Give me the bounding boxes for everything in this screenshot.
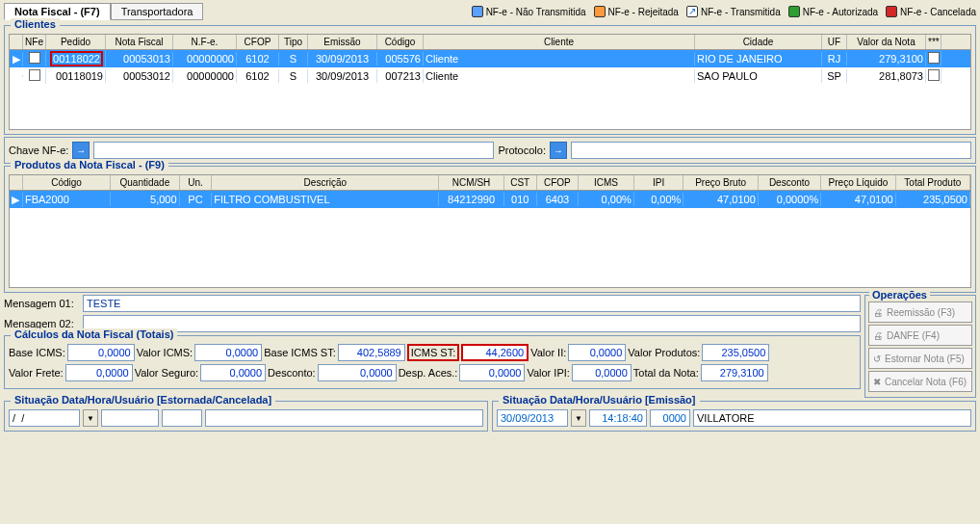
col-tot[interactable]: Total Produto xyxy=(896,175,970,190)
col-uf[interactable]: UF xyxy=(822,35,847,49)
col-cfop[interactable]: CFOP xyxy=(237,35,279,49)
col-valor[interactable]: Valor da Nota xyxy=(847,35,926,49)
table-row[interactable]: 00118019 00053012 00000000 6102 S 30/09/… xyxy=(10,67,970,85)
grid-header: NFe Pedido Nota Fiscal N.F-e. CFOP Tipo … xyxy=(10,35,970,50)
operacoes-group: Operações 🖨Reemissão (F3) 🖨DANFE (F4) ↺E… xyxy=(864,295,976,398)
mensagem01-input[interactable] xyxy=(83,295,861,312)
valor-ii-input[interactable] xyxy=(568,344,626,361)
legend: NF-e - Não Transmitida NF-e - Rejeitada … xyxy=(472,6,976,17)
col-qtd[interactable]: Quantidade xyxy=(111,175,179,190)
table-row[interactable]: ▶ 00118022 00053013 00000000 6102 S 30/0… xyxy=(10,50,970,67)
total-nota-input[interactable] xyxy=(701,364,768,381)
col-emissao[interactable]: Emissão xyxy=(308,35,377,49)
estornar-button[interactable]: ↺Estornar Nota (F5) xyxy=(868,348,972,369)
btn-label: Reemissão (F3) xyxy=(887,307,955,318)
cell: 84212990 xyxy=(439,193,503,206)
sit-user-input[interactable] xyxy=(693,409,971,427)
col-nfe[interactable]: NFe xyxy=(23,35,46,49)
row-marker-icon: ▶ xyxy=(10,52,23,66)
clientes-title: Clientes xyxy=(11,18,60,30)
col-ncm[interactable]: NCM/SH xyxy=(439,175,503,190)
sit-hora-input[interactable] xyxy=(101,409,159,427)
sit-id-input[interactable] xyxy=(650,409,690,427)
valor-frete-input[interactable] xyxy=(65,364,133,381)
desconto-input[interactable] xyxy=(318,364,397,381)
danfe-button[interactable]: 🖨DANFE (F4) xyxy=(868,325,972,346)
col-desc2[interactable]: Desconto xyxy=(759,175,821,190)
status-icon xyxy=(928,52,940,64)
lbl: Valor ICMS: xyxy=(137,347,193,358)
dropdown-icon[interactable]: ▼ xyxy=(571,409,586,427)
produtos-title: Produtos da Nota Fiscal - (F9) xyxy=(11,159,168,170)
cell: 47,0100 xyxy=(821,193,895,206)
dropdown-icon[interactable]: ▼ xyxy=(83,409,98,427)
sit-data-input[interactable] xyxy=(9,409,80,427)
col-cst[interactable]: CST xyxy=(504,175,537,190)
base-icms-input[interactable] xyxy=(67,344,135,361)
col-tipo[interactable]: Tipo xyxy=(279,35,308,49)
lbl-icms-st: ICMS ST: xyxy=(407,344,459,361)
btn-label: Estornar Nota (F5) xyxy=(885,354,965,364)
col-nfe2[interactable]: N.F-e. xyxy=(173,35,237,49)
protocolo-input[interactable] xyxy=(571,142,971,159)
btn-label: Cancelar Nota (F6) xyxy=(885,377,967,387)
col-pb[interactable]: Preço Bruto xyxy=(683,175,758,190)
icms-st-input[interactable] xyxy=(461,344,529,361)
situacao-estornada: Situação Data/Hora/Usuário [Estornada/Ca… xyxy=(4,401,488,432)
sit-user-input[interactable] xyxy=(205,409,483,427)
tab-transportadora[interactable]: Transportadora xyxy=(111,3,204,20)
col-desc[interactable]: Descrição xyxy=(212,175,439,190)
cell-tipo: S xyxy=(279,52,308,66)
cell-nfe: 00000000 xyxy=(173,52,237,66)
arrow-right-icon[interactable]: → xyxy=(550,142,567,159)
col-pl[interactable]: Preço Líquido xyxy=(821,175,895,190)
calculos-group: Cálculos da Nota Fiscal (Totais) Base IC… xyxy=(4,335,861,389)
printer-icon: 🖨 xyxy=(873,307,883,318)
sit-hora-input[interactable] xyxy=(589,409,647,427)
lbl: Valor II: xyxy=(530,347,566,358)
legend-label: NF-e - Autorizada xyxy=(803,7,878,17)
col-ast[interactable]: *** xyxy=(926,35,941,49)
cell: 47,0100 xyxy=(683,193,758,206)
mensagem01-label: Mensagem 01: xyxy=(4,298,79,309)
legend-label: NF-e - Cancelada xyxy=(900,7,976,17)
sit-id-input[interactable] xyxy=(162,409,202,427)
cancelar-button[interactable]: ✖Cancelar Nota (F6) xyxy=(868,371,972,392)
chave-input[interactable] xyxy=(93,142,494,159)
cell: 0,00% xyxy=(579,193,634,206)
col-pedido[interactable]: Pedido xyxy=(46,35,106,49)
nfe-status-icon xyxy=(29,52,40,64)
table-row[interactable]: ▶ FBA2000 5,000 PC FILTRO COMBUSTIVEL 84… xyxy=(10,191,970,208)
cell-nota: 00053013 xyxy=(106,52,173,66)
col-ipi[interactable]: IPI xyxy=(634,175,684,190)
valor-seguro-input[interactable] xyxy=(200,364,266,381)
cell: FILTRO COMBUSTIVEL xyxy=(212,193,439,206)
col-codigo[interactable]: Código xyxy=(377,35,424,49)
cell-valor: 279,3100 xyxy=(847,52,926,66)
sit-title: Situação Data/Hora/Usuário [Emissão] xyxy=(499,394,700,406)
valor-ipi-input[interactable] xyxy=(572,364,632,381)
base-icms-st-input[interactable] xyxy=(338,344,405,361)
col-cliente[interactable]: Cliente xyxy=(424,35,695,49)
cell-valor: 281,8073 xyxy=(847,69,926,83)
btn-label: DANFE (F4) xyxy=(887,330,940,341)
situacao-emissao: Situação Data/Hora/Usuário [Emissão] ▼ xyxy=(492,401,976,432)
mensagem02-input[interactable] xyxy=(83,315,861,332)
valor-icms-input[interactable] xyxy=(194,344,262,361)
col-nota-fiscal[interactable]: Nota Fiscal xyxy=(106,35,173,49)
desp-aces-input[interactable] xyxy=(459,364,525,381)
col-codigo[interactable]: Código xyxy=(23,175,111,190)
col-un[interactable]: Un. xyxy=(180,175,213,190)
valor-produtos-input[interactable] xyxy=(702,344,769,361)
cell-nfe: 00000000 xyxy=(173,69,237,83)
sit-data-input[interactable] xyxy=(497,409,568,427)
col-cfop[interactable]: CFOP xyxy=(537,175,580,190)
cell: 010 xyxy=(504,193,537,206)
reemissao-button[interactable]: 🖨Reemissão (F3) xyxy=(868,301,972,323)
col-icms[interactable]: ICMS xyxy=(579,175,634,190)
col-cidade[interactable]: Cidade xyxy=(695,35,822,49)
undo-icon: ↺ xyxy=(873,354,881,364)
cell-cliente: Cliente xyxy=(424,69,695,83)
cell: 235,0500 xyxy=(896,193,970,206)
arrow-right-icon[interactable]: → xyxy=(72,142,90,159)
